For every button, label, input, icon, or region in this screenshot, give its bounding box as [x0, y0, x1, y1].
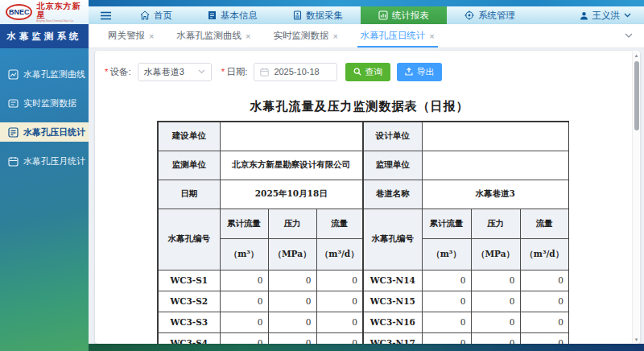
supervision-unit-label: 监理单位 — [363, 151, 422, 180]
pressure-unit: （MPa） — [268, 238, 316, 270]
hamburger-icon — [101, 11, 111, 20]
page-bottom-strip — [89, 344, 644, 351]
sidebar-item-daily-stats[interactable]: 水幕孔压日统计 — [0, 122, 89, 142]
nav-item-label: 首页 — [154, 10, 172, 22]
chevron-down-icon — [624, 13, 631, 18]
design-unit-label: 设计单位 — [363, 122, 422, 151]
report-date-value: 2025年10月18日 — [220, 180, 363, 209]
table-row: 日期 2025年10月18日 巷道名称 水幕巷道3 — [158, 180, 569, 209]
hole-id: WC3-N15 — [363, 291, 422, 312]
report-table-wrapper: 建设单位 设计单位 监测单位 北京东方新星勘察设计有限公司 监理单位 — [157, 121, 569, 344]
nav-item-label: 系统管理 — [478, 10, 515, 22]
tab-label: 实时监测数据 — [273, 30, 328, 42]
report-table: 建设单位 设计单位 监测单位 北京东方新星勘察设计有限公司 监理单位 — [157, 121, 569, 344]
tab-label: 水幕孔压日统计 — [361, 30, 426, 42]
sidebar: 水幕监测系统 水幕孔监测曲线 实时监测数据 水幕孔压日统计 — [0, 24, 89, 351]
close-icon[interactable]: × — [246, 31, 250, 41]
sidebar-item-monitor-curve[interactable]: 水幕孔监测曲线 — [0, 64, 89, 84]
export-icon — [405, 68, 413, 76]
search-button-label: 查询 — [365, 66, 382, 78]
flow-unit: （m³/d） — [520, 238, 569, 270]
close-icon[interactable]: × — [149, 31, 154, 41]
company-name-en: Beijing New Oriental Star Co. — [36, 19, 83, 23]
main-area: 网关警报 × 水幕孔监测曲线 × 实时监测数据 × 水幕孔压日统计 × — [89, 24, 644, 351]
pressure-value: 0 — [268, 270, 316, 291]
table-row: 建设单位 设计单位 — [158, 122, 569, 151]
nav-item-basic-info[interactable]: 基本信息 — [190, 6, 275, 24]
export-button[interactable]: 导出 — [397, 63, 442, 81]
cum-flow-value: 0 — [220, 291, 268, 312]
device-select[interactable]: 水幕巷道3 — [138, 63, 212, 81]
pressure-value: 0 — [471, 332, 520, 344]
tab-overflow-button[interactable] — [625, 24, 644, 47]
realtime-data-icon — [8, 98, 19, 109]
hole-id-header: 水幕孔编号 — [363, 209, 422, 270]
cum-flow-value: 0 — [422, 270, 471, 291]
monitor-unit-label: 监测单位 — [158, 151, 220, 180]
table-row: WC3-S3 0 0 0 WC3-N16 0 0 0 — [158, 312, 569, 332]
sidebar-item-monthly-stats[interactable]: 水幕孔压月统计 — [0, 151, 89, 171]
tab-bar: 网关警报 × 水幕孔监测曲线 × 实时监测数据 × 水幕孔压日统计 × — [89, 24, 644, 48]
database-icon — [293, 10, 302, 20]
flow-header: 流量 — [316, 209, 363, 238]
sidebar-item-label: 水幕孔压日统计 — [23, 126, 85, 138]
report-title: 水幕孔流量及压力监测数据表（日报） — [95, 99, 624, 114]
flow-unit: （m³/d） — [316, 238, 363, 270]
date-input[interactable] — [274, 67, 331, 76]
supervision-unit-value — [422, 151, 569, 180]
home-icon — [140, 10, 150, 20]
hole-id: WC3-N16 — [363, 312, 422, 332]
table-row: WC3-S1 0 0 0 WC3-N14 0 0 0 — [158, 270, 569, 291]
flow-value: 0 — [316, 291, 363, 312]
table-header-row: 水幕孔编号 累计流量 压力 流量 水幕孔编号 累计流量 压力 流量 — [158, 209, 569, 238]
app-window: BNEC 北京东方新星 Beijing New Oriental Star Co… — [0, 0, 644, 351]
hole-id: WC3-S2 — [158, 291, 220, 312]
vertical-scrollbar[interactable]: ▲ ▼ — [632, 52, 639, 343]
close-icon[interactable]: × — [332, 31, 337, 41]
filter-bar: *设备: 水幕巷道3 *日期: — [105, 62, 442, 81]
close-icon[interactable]: × — [429, 31, 434, 41]
hole-id: WC3-N17 — [363, 332, 422, 344]
flow-value: 0 — [316, 312, 363, 332]
scroll-up-arrow[interactable]: ▲ — [633, 52, 640, 59]
device-label: *设备: — [105, 66, 131, 78]
report-date-label: 日期 — [158, 180, 220, 209]
scrollbar-thumb[interactable] — [634, 61, 639, 130]
search-icon — [353, 68, 361, 76]
nav-item-home[interactable]: 首页 — [122, 6, 190, 24]
header-top-strip — [89, 0, 644, 6]
user-menu[interactable]: 王义洪 — [580, 6, 644, 24]
sidebar-title: 水幕监测系统 — [0, 24, 89, 48]
date-picker[interactable] — [254, 63, 337, 81]
tab-daily-stats[interactable]: 水幕孔压日统计 × — [349, 24, 446, 47]
daily-report-icon — [8, 127, 19, 138]
cum-flow-unit: （m³） — [422, 238, 471, 270]
calendar-icon — [260, 68, 269, 76]
scroll-down-arrow[interactable]: ▼ — [633, 336, 640, 343]
hole-id: WC3-S1 — [158, 270, 220, 291]
cum-flow-value: 0 — [422, 312, 471, 332]
sidebar-item-label: 水幕孔监测曲线 — [23, 68, 85, 81]
sidebar-item-realtime-data[interactable]: 实时监测数据 — [0, 93, 89, 113]
document-icon — [208, 10, 217, 20]
cum-flow-value: 0 — [422, 332, 471, 344]
pressure-value: 0 — [268, 312, 316, 332]
nav-item-label: 数据采集 — [306, 10, 343, 22]
nav-item-system-management[interactable]: 系统管理 — [447, 6, 533, 24]
flow-value: 0 — [520, 270, 569, 291]
flow-header: 流量 — [520, 209, 569, 238]
construction-unit-value — [220, 122, 363, 151]
tab-monitor-curve[interactable]: 水幕孔监测曲线 × — [165, 24, 262, 47]
flow-value: 0 — [520, 291, 569, 312]
sidebar-item-label: 水幕孔压月统计 — [23, 155, 85, 167]
tab-realtime-data[interactable]: 实时监测数据 × — [262, 24, 349, 47]
report-chart-icon — [378, 10, 388, 20]
menu-toggle-button[interactable] — [89, 6, 122, 24]
nav-item-data-collection[interactable]: 数据采集 — [275, 6, 361, 24]
search-button[interactable]: 查询 — [345, 63, 390, 81]
tab-gateway-alarm[interactable]: 网关警报 × — [97, 24, 165, 47]
monthly-report-icon — [8, 156, 19, 167]
report-card: *设备: 水幕巷道3 *日期: — [95, 51, 640, 344]
device-select-value: 水幕巷道3 — [144, 66, 184, 78]
nav-item-statistics-reports[interactable]: 统计报表 — [361, 6, 447, 24]
